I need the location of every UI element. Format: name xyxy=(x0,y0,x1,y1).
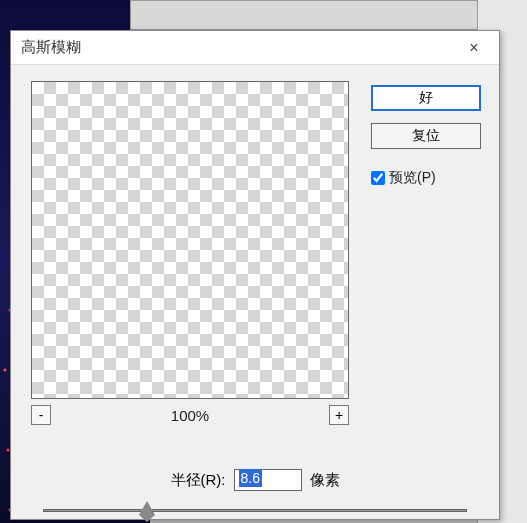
preview-checkbox[interactable] xyxy=(371,171,385,185)
radius-row: 半径(R): 8.6 像素 xyxy=(11,469,499,491)
background-toolbar xyxy=(130,0,527,30)
zoom-level-label: 100% xyxy=(171,407,209,424)
radius-input[interactable]: 8.6 xyxy=(234,469,302,491)
plus-icon: + xyxy=(335,407,343,423)
radius-slider[interactable] xyxy=(43,501,467,523)
radius-label: 半径(R): xyxy=(171,471,226,490)
zoom-out-button[interactable]: - xyxy=(31,405,51,425)
close-icon: × xyxy=(469,39,478,57)
radius-unit-label: 像素 xyxy=(310,471,340,490)
slider-thumb[interactable] xyxy=(139,501,155,515)
preview-checkbox-label: 预览(P) xyxy=(389,169,436,187)
zoom-in-button[interactable]: + xyxy=(329,405,349,425)
dialog-titlebar[interactable]: 高斯模糊 × xyxy=(11,31,499,65)
reset-button[interactable]: 复位 xyxy=(371,123,481,149)
gaussian-blur-dialog: 高斯模糊 × - 100% + 好 复位 预览(P) xyxy=(10,30,500,520)
slider-track xyxy=(43,509,467,512)
preview-canvas[interactable] xyxy=(31,81,349,399)
close-button[interactable]: × xyxy=(459,36,489,60)
zoom-controls: - 100% + xyxy=(31,405,349,425)
preview-checkbox-row[interactable]: 预览(P) xyxy=(371,169,481,187)
dialog-title: 高斯模糊 xyxy=(21,38,81,57)
preview-column: - 100% + xyxy=(31,81,351,425)
dialog-content: - 100% + 好 复位 预览(P) xyxy=(11,65,499,441)
controls-column: 好 复位 预览(P) xyxy=(371,81,481,425)
ok-button[interactable]: 好 xyxy=(371,85,481,111)
minus-icon: - xyxy=(39,407,44,423)
